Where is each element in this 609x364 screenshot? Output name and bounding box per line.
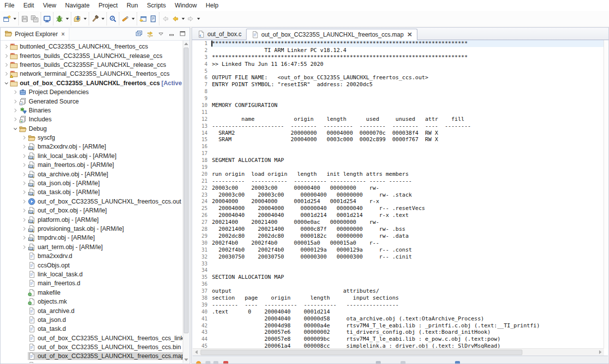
explorer-scroll-thumb[interactable] [184,48,189,333]
tree-item-body[interactable]: ccsfreertos_builds_CC3235SF_LAUNCHXL_rel… [10,61,167,69]
save-button[interactable] [20,14,30,24]
bottom-panel-tab-stub[interactable] [455,361,460,364]
editor-line[interactable]: 28 20021400 20021400 0000c87f 00000000 r… [193,226,604,233]
tab-project-explorer[interactable]: Project Explorer × [0,28,69,40]
tree-item[interactable]: bma2xxdrv.d [1,252,183,260]
build-dropdown-icon[interactable] [102,18,104,20]
line-text[interactable]: ****************************************… [211,40,604,47]
tree-item[interactable]: 010bma2xxdrv.obj - [ARM/le] [1,142,183,151]
view-menu-button[interactable] [156,29,166,39]
tree-item-body[interactable]: link_local_task.d [28,270,84,278]
tree-item[interactable]: objects.mk [1,297,183,306]
line-text[interactable] [211,164,604,171]
tree-item[interactable]: ccsbuttonled_CC3235S_LAUNCHXL_freertos_c… [1,42,183,51]
line-text[interactable]: OUTPUT FILE NAME: <out_of_box_CC3235S_LA… [211,74,604,81]
tree-item[interactable]: syscfg [1,133,183,142]
chevron-right-icon[interactable] [21,199,28,205]
tree-item-body[interactable]: ccsout_of_box_CC3235S_LAUNCHXL_freertos_… [10,79,161,87]
tree-item-body[interactable]: 010platform.obj - [ARM/le] [28,216,100,224]
tree-item[interactable]: 010ota_task.obj - [ARM/le] [1,188,183,197]
tree-item-body[interactable]: ota_task.d [28,325,67,333]
editor-line[interactable]: 10MEMORY CONFIGURATION [193,102,604,109]
tree-item[interactable]: Debug [1,124,183,133]
tree-item[interactable]: out_of_box_CC3235S_LAUNCHXL_freertos_ccs… [1,197,183,206]
line-text[interactable]: ****************************************… [211,54,604,61]
editor-line[interactable]: 25 20004000 20004000 00000040 00000040 r… [193,205,604,212]
chevron-right-icon[interactable] [21,153,28,159]
line-text[interactable]: 20021400 20021400 0000e0ac 00000000 rw- [211,219,604,226]
line-text[interactable]: SRAM 20004000 0003c000 0002c899 0000f767… [211,136,604,143]
console-button[interactable] [42,14,52,24]
chevron-right-icon[interactable] [21,171,28,177]
tree-item-body[interactable]: ccsnetwork_terminal_CC3235S_LAUNCHXL_fre… [10,70,171,78]
editor-line[interactable]: 40.text 0 20004040 0001d214 [193,309,604,315]
tree-item[interactable]: 010main_freertos.obj - [ARM/le] [1,160,183,169]
tree-item[interactable]: Binaries [1,106,183,115]
tree-item-body[interactable]: 010link_local_task.obj - [ARM/le] [28,152,118,160]
editor-line[interactable]: 26 20004040 20004040 0001d214 0001d214 r… [193,212,604,219]
editor-line[interactable]: 13---------------------- -------- ------… [193,123,604,130]
line-text[interactable]: MEMORY CONFIGURATION [211,102,604,109]
tree-item-body[interactable]: 010ota_json.obj - [ARM/le] [28,179,101,187]
line-text[interactable] [211,260,604,267]
forward-button[interactable] [186,14,196,24]
explorer-vertical-scrollbar[interactable] [183,41,189,363]
line-text[interactable] [211,281,604,288]
tree-item-body[interactable]: out_of_box_CC3235S_LAUNCHXL_freertos_ccs… [28,334,183,342]
line-text[interactable] [211,109,604,116]
tree-item-body[interactable]: ccsObjs.opt [28,261,71,269]
editor-line[interactable]: 7ENTRY POINT SYMBOL: "resetISR" address:… [193,81,604,88]
tree-item[interactable] [1,361,183,363]
menu-navigate[interactable]: Navigate [61,1,94,10]
tree-item-body[interactable]: 010provisioning_task.obj - [ARM/le] [28,225,125,233]
editor-line[interactable]: 31 2002f4b0 2002f4b0 0000129a 0000129a r… [193,247,604,254]
editor-line[interactable]: 44 200057e8 000009bc rtsv7M4_T_le_eabi.l… [193,336,604,343]
editor-line[interactable]: 3***************************************… [193,54,604,61]
editor-scroll-thumb[interactable] [201,350,522,355]
tree-item-body[interactable]: 010bma2xxdrv.obj - [ARM/le] [28,143,107,151]
line-text[interactable]: output attributes/ [211,288,604,295]
tree-item[interactable]: 010ota_archive.obj - [ARM/le] [1,169,183,178]
editor-line[interactable]: 41 20004040 00000d58 ota_archive.obj (.t… [193,315,604,322]
line-text[interactable]: 20004d98 00000a4e rtsv7M4_T_le_eabi.lib … [211,322,604,329]
new-wizard-button[interactable] [2,14,12,24]
chevron-right-icon[interactable] [21,180,28,186]
tree-item-body[interactable]: out_of_box_CC3235S_LAUNCHXL_freertos_ccs… [28,198,183,206]
back-button[interactable] [170,14,180,24]
line-text[interactable]: 20030750 20030750 00000300 00000300 r-- … [211,254,604,260]
editor-line[interactable]: 43 200057e6 00000002 ti_drivers_config.o… [193,329,604,336]
editor-line[interactable]: 15 SRAM 20004000 0003c000 0002c899 0000f… [193,136,604,143]
editor-line[interactable]: 4>> Linked Thu Jun 11 16:47:55 2020 [193,61,604,68]
build-button[interactable] [90,14,100,24]
editor-line[interactable]: 20run origin load origin length init len… [193,171,604,178]
editor-line[interactable]: 38section page origin length input secti… [193,295,604,302]
overview-ruler[interactable] [604,40,609,349]
line-text[interactable] [211,68,604,75]
editor-line[interactable]: 2420004000 20004000 0001d254 0001d254 r-… [193,198,604,205]
line-text[interactable]: 20004040 00000d58 ota_archive.obj (.text… [211,315,604,322]
tree-item[interactable]: out_of_box_CC3235S_LAUNCHXL_freertos_ccs… [1,334,183,343]
tree-item[interactable]: ota_task.d [1,324,183,333]
line-text[interactable]: .text 0 20004040 0001d214 [211,309,604,315]
chevron-right-icon[interactable] [12,99,19,104]
editor-line[interactable]: 33 [193,260,604,267]
tree-item[interactable]: link_local_task.d [1,270,183,279]
flash-button[interactable] [72,14,82,24]
chevron-right-icon[interactable] [3,53,10,59]
chevron-right-icon[interactable] [3,62,10,68]
editor-line[interactable]: 17 [193,150,604,157]
line-text[interactable]: 20003c00 20003c00 00000400 00000000 rw- … [211,192,604,199]
tree-item-body[interactable]: Project Dependencies [19,88,90,96]
tree-item[interactable]: main_freertos.d [1,279,183,288]
tree-item[interactable]: cGenerated Source [1,97,183,105]
tree-item-body[interactable]: out_of_box_CC3235S_LAUNCHXL_freertos_ccs… [28,343,182,351]
tree-item[interactable]: ccsfreertos_builds_CC3235S_LAUNCHXL_rele… [1,51,183,60]
line-text[interactable]: SECTION ALLOCATION MAP [211,274,604,281]
chevron-right-icon[interactable] [3,71,10,77]
editor-line[interactable]: 18SEGMENT ALLOCATION MAP [193,157,604,164]
tree-item-body[interactable]: 010out_of_box.obj - [ARM/le] [28,207,108,214]
scroll-up-icon[interactable] [184,43,188,45]
chevron-right-icon[interactable] [21,235,28,241]
line-text[interactable]: section page origin length input section… [211,295,604,302]
save-all-button[interactable] [30,14,40,24]
